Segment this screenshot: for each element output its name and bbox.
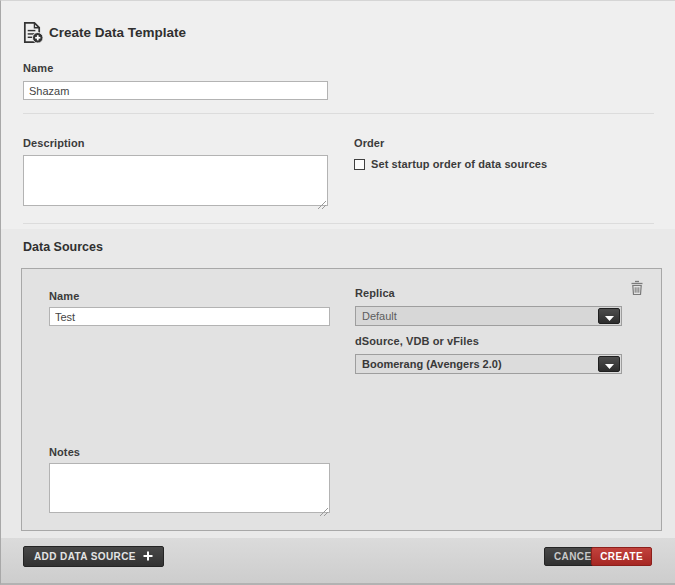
notes-label: Notes [49,446,80,458]
replica-select-value: Default [362,310,397,322]
description-textarea[interactable] [23,155,328,206]
add-data-source-button[interactable]: ADD DATA SOURCE [23,546,164,567]
description-label: Description [23,137,85,149]
delete-data-source-button[interactable] [629,280,645,298]
source-name-input[interactable] [49,307,330,326]
data-source-card: Name Replica Default dSource, VDB or vFi… [21,268,662,531]
data-sources-heading: Data Sources [23,240,103,254]
page-title: Create Data Template [49,25,186,40]
chevron-down-icon [605,357,614,372]
trash-icon [630,284,644,299]
dsource-select-value: Boomerang (Avengers 2.0) [362,358,502,370]
plus-icon [143,551,153,563]
dsource-label: dSource, VDB or vFiles [355,335,479,347]
replica-label: Replica [355,287,395,299]
description-textarea-wrap [23,155,328,206]
replica-select-button[interactable] [598,308,620,324]
add-data-source-label: ADD DATA SOURCE [34,551,136,562]
document-add-icon [21,21,44,44]
name-label: Name [23,62,53,74]
footer-bar: ADD DATA SOURCE CANCEL CREATE [1,538,675,585]
resize-handle-icon[interactable] [319,502,328,511]
divider [23,113,654,114]
notes-textarea[interactable] [49,463,330,513]
replica-select[interactable]: Default [355,306,622,326]
startup-order-checkbox-label: Set startup order of data sources [371,158,547,170]
name-input[interactable] [23,81,328,100]
create-data-template-dialog: Create Data Template Name Description Or… [0,0,675,585]
dsource-select-button[interactable] [598,356,620,372]
dsource-select[interactable]: Boomerang (Avengers 2.0) [355,354,622,374]
notes-textarea-wrap [49,463,330,513]
divider [23,223,654,224]
chevron-down-icon [605,309,614,324]
source-name-label: Name [49,290,79,302]
order-label: Order [354,137,384,149]
create-button[interactable]: CREATE [591,547,652,566]
startup-order-checkbox[interactable] [354,159,365,170]
resize-handle-icon[interactable] [317,195,326,204]
startup-order-checkbox-row[interactable]: Set startup order of data sources [354,158,547,170]
